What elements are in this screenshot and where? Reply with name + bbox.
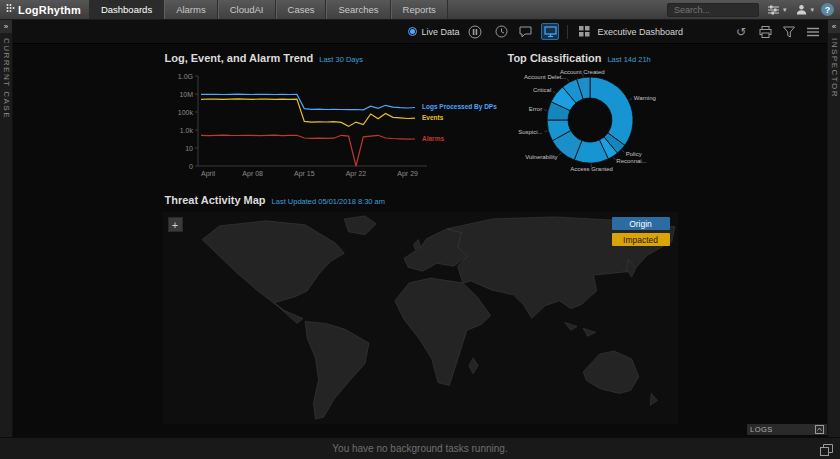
grid-icon — [576, 24, 592, 40]
toolbar-divider — [567, 25, 568, 39]
expand-panel-icon[interactable] — [815, 425, 824, 434]
svg-text:Policy: Policy — [625, 151, 641, 157]
continent-south-america — [305, 321, 369, 419]
svg-text:Events: Events — [422, 114, 444, 121]
workspace: » CURRENT CASE « INSPECTOR Live Data — [0, 20, 840, 437]
svg-text:Account Delet...: Account Delet... — [524, 74, 567, 80]
chat-button[interactable] — [517, 24, 533, 40]
logs-bar[interactable]: LOGS — [747, 424, 827, 435]
map-legend-impacted[interactable]: Impacted — [612, 233, 670, 246]
tab-searches[interactable]: Searches — [326, 0, 390, 19]
svg-text:100k: 100k — [177, 109, 193, 116]
sidebar-inspector-label: INSPECTOR — [830, 38, 839, 98]
logrhythm-logo: LogRhythm — [0, 0, 89, 19]
sliders-icon — [766, 2, 782, 18]
map-legend-origin[interactable]: Origin — [612, 217, 670, 230]
chevron-down-icon: ▾ — [783, 6, 787, 13]
trend-panel: Log, Event, and Alarm Trend Last 30 Days… — [163, 52, 498, 184]
logo-dots-icon — [6, 3, 15, 16]
background-tasks-status: You have no background tasks running. — [332, 443, 507, 454]
tab-alarms[interactable]: Alarms — [164, 0, 218, 19]
svg-text:Critical: Critical — [532, 87, 550, 93]
live-data-toggle[interactable]: Live Data — [408, 27, 459, 37]
user-icon — [793, 2, 809, 18]
svg-text:Access Granted: Access Granted — [570, 166, 613, 172]
settings-sliders-control[interactable]: ▾ — [766, 2, 787, 18]
search-input[interactable] — [667, 3, 759, 17]
svg-text:Apr 22: Apr 22 — [345, 170, 366, 178]
menu-button[interactable] — [805, 24, 821, 40]
svg-text:Apr 08: Apr 08 — [242, 170, 263, 178]
tab-reports[interactable]: Reports — [391, 0, 448, 19]
svg-text:1.0k: 1.0k — [179, 127, 193, 134]
svg-text:Reconnai...: Reconnai... — [616, 158, 647, 164]
svg-text:April: April — [201, 170, 215, 178]
nav-tabs: DashboardsAlarmsCloudAICasesSearchesRepo… — [89, 0, 448, 19]
top-nav-bar: LogRhythm DashboardsAlarmsCloudAICasesSe… — [0, 0, 840, 20]
sidebar-current-case-label: CURRENT CASE — [2, 38, 11, 119]
svg-text:Error: Error — [528, 106, 541, 112]
desktop-view-button[interactable] — [541, 23, 559, 40]
radio-selected-icon — [408, 27, 417, 36]
trend-panel-title: Log, Event, and Alarm Trend — [165, 52, 314, 64]
tab-cases[interactable]: Cases — [276, 0, 327, 19]
svg-text:Logs Processed By DPs: Logs Processed By DPs — [422, 103, 497, 111]
user-menu-control[interactable]: ▾ — [793, 2, 814, 18]
chevron-down-icon: ▾ — [810, 6, 814, 13]
help-button[interactable]: ? — [821, 3, 834, 16]
map-panel-updated: Last Updated 05/01/2018 8:30 am — [272, 197, 385, 206]
history-clock-button[interactable] — [493, 24, 509, 40]
dashboard-selector[interactable]: Executive Dashboard — [576, 24, 683, 40]
windows-panel-icon[interactable] — [818, 442, 834, 458]
pause-button[interactable] — [467, 24, 483, 40]
classification-chart: WarningPolicyReconnai...Access GrantedVu… — [506, 68, 678, 174]
svg-text:Alarms: Alarms — [422, 135, 444, 142]
svg-text:Account Created: Account Created — [559, 69, 604, 75]
tab-dashboards[interactable]: Dashboards — [89, 0, 164, 19]
svg-text:Apr 15: Apr 15 — [293, 170, 314, 178]
dashboard-main: Log, Event, and Alarm Trend Last 30 Days… — [13, 44, 827, 437]
island-indonesia-2 — [583, 328, 595, 336]
sidebar-inspector[interactable]: « INSPECTOR — [827, 20, 840, 437]
world-map-svg — [163, 212, 678, 424]
expand-right-icon[interactable]: » — [0, 20, 12, 33]
expand-left-icon[interactable]: « — [828, 20, 840, 33]
dashboard-selector-label: Executive Dashboard — [597, 27, 683, 37]
continent-north-america — [202, 221, 344, 324]
live-data-label: Live Data — [421, 27, 459, 37]
continent-europe — [404, 229, 468, 271]
svg-text:Suspici...: Suspici... — [518, 129, 543, 135]
map-legend: OriginImpacted — [612, 217, 670, 246]
svg-text:Vulnerability: Vulnerability — [525, 154, 557, 160]
island-madagascar — [468, 358, 477, 374]
svg-text:1.0G: 1.0G — [177, 73, 192, 80]
island-new-zealand — [650, 393, 657, 405]
classification-panel-range: Last 14d 21h — [607, 55, 650, 64]
sidebar-current-case[interactable]: » CURRENT CASE — [0, 20, 13, 437]
filter-button[interactable] — [781, 24, 797, 40]
svg-text:10: 10 — [185, 145, 193, 152]
trend-chart: 0101.0k100k10M1.0GAprilApr 08Apr 15Apr 2… — [163, 68, 498, 180]
threat-map-panel: Threat Activity Map Last Updated 05/01/2… — [163, 194, 678, 424]
trend-panel-range: Last 30 Days — [319, 55, 363, 64]
status-bar: You have no background tasks running. — [0, 437, 840, 459]
tab-cloudai[interactable]: CloudAI — [218, 0, 276, 19]
world-map[interactable]: + OriginImpacted — [163, 212, 678, 424]
dashboard-toolbar: Live Data Executive Dashboard — [13, 20, 827, 44]
svg-text:10M: 10M — [179, 91, 193, 98]
logs-bar-label: LOGS — [750, 425, 773, 434]
continent-australia — [583, 351, 639, 393]
print-button[interactable] — [757, 24, 773, 40]
undo-button[interactable]: ↺ — [733, 24, 749, 40]
continent-greenland — [344, 216, 376, 235]
island-indonesia — [564, 322, 576, 330]
classification-panel: Top Classification Last 14d 21h WarningP… — [506, 52, 678, 184]
classification-panel-title: Top Classification — [508, 52, 602, 64]
svg-text:0: 0 — [189, 163, 193, 170]
map-zoom-in-button[interactable]: + — [168, 217, 183, 232]
svg-text:Apr 29: Apr 29 — [397, 170, 418, 178]
map-panel-title: Threat Activity Map — [165, 194, 266, 206]
svg-text:Warning: Warning — [633, 95, 655, 101]
logo-text: LogRhythm — [18, 4, 81, 16]
